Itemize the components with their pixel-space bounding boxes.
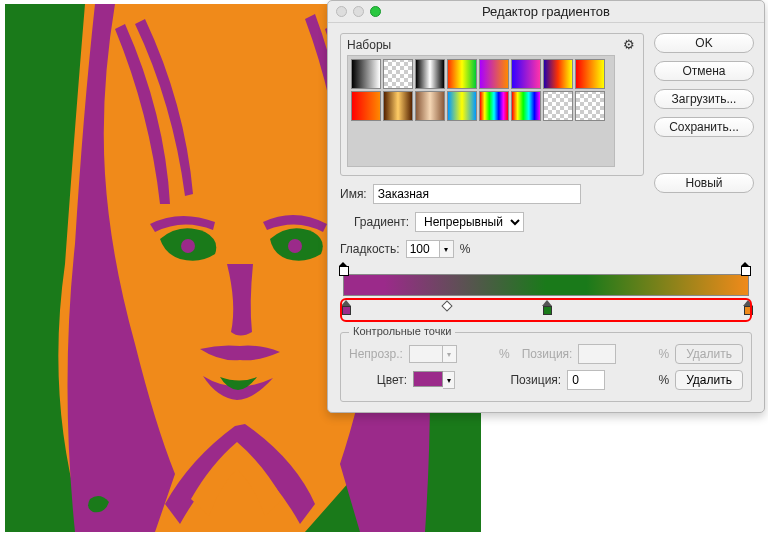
preset-swatch[interactable] <box>415 59 445 89</box>
preset-swatch[interactable] <box>351 91 381 121</box>
preset-swatch[interactable] <box>575 91 605 121</box>
preset-swatch[interactable] <box>447 91 477 121</box>
type-label: Градиент: <box>354 215 409 229</box>
name-label: Имя: <box>340 187 367 201</box>
gradient-type-select[interactable]: Непрерывный <box>415 212 524 232</box>
smoothness-dropdown[interactable]: ▾ <box>440 240 454 258</box>
control-points-label: Контрольные точки <box>349 325 455 337</box>
color-label: Цвет: <box>349 373 407 387</box>
gradient-editor[interactable] <box>340 264 752 316</box>
control-points-group: Контрольные точки Непрозр.: ▾ % Позиция:… <box>340 332 752 402</box>
titlebar: Редактор градиентов <box>328 1 764 23</box>
position2-input[interactable] <box>567 370 605 390</box>
gradient-bar[interactable] <box>343 274 749 296</box>
svg-point-2 <box>288 239 302 253</box>
preset-swatches <box>347 55 615 167</box>
smoothness-label: Гладкость: <box>340 242 400 256</box>
position2-unit: % <box>611 373 669 387</box>
preset-swatch[interactable] <box>447 59 477 89</box>
presets-panel: Наборы ⚙︎ <box>340 33 644 176</box>
opacity-unit: % <box>463 347 510 361</box>
preset-swatch[interactable] <box>511 91 541 121</box>
preset-swatch[interactable] <box>383 59 413 89</box>
opacity-input <box>409 345 443 363</box>
position2-label: Позиция: <box>503 373 561 387</box>
preset-swatch[interactable] <box>383 91 413 121</box>
preset-swatch[interactable] <box>351 59 381 89</box>
position1-input <box>578 344 616 364</box>
opacity-label: Непрозр.: <box>349 347 403 361</box>
color-dropdown[interactable]: ▾ <box>443 371 455 389</box>
opacity-stop[interactable] <box>741 262 749 274</box>
gear-icon[interactable]: ⚙︎ <box>623 37 635 52</box>
preset-swatch[interactable] <box>543 59 573 89</box>
position1-unit: % <box>622 347 669 361</box>
opacity-stop[interactable] <box>339 262 347 274</box>
new-button[interactable]: Новый <box>654 173 754 193</box>
preset-swatch[interactable] <box>543 91 573 121</box>
position1-label: Позиция: <box>522 347 573 361</box>
save-button[interactable]: Сохранить... <box>654 117 754 137</box>
color-swatch[interactable] <box>413 371 443 387</box>
name-input[interactable] <box>373 184 581 204</box>
gradient-editor-dialog: Редактор градиентов Наборы ⚙︎ Имя: Гради… <box>327 0 765 413</box>
ok-button[interactable]: OK <box>654 33 754 53</box>
dialog-title: Редактор градиентов <box>328 4 764 19</box>
preset-swatch[interactable] <box>511 59 541 89</box>
presets-label: Наборы <box>347 38 637 52</box>
svg-point-1 <box>181 239 195 253</box>
delete2-button[interactable]: Удалить <box>675 370 743 390</box>
cancel-button[interactable]: Отмена <box>654 61 754 81</box>
opacity-dropdown: ▾ <box>443 345 457 363</box>
highlight-box <box>340 298 752 322</box>
delete1-button: Удалить <box>675 344 743 364</box>
smoothness-input[interactable] <box>406 240 440 258</box>
preset-swatch[interactable] <box>479 91 509 121</box>
preset-swatch[interactable] <box>415 91 445 121</box>
preset-swatch[interactable] <box>575 59 605 89</box>
preset-swatch[interactable] <box>479 59 509 89</box>
smoothness-unit: % <box>460 242 471 256</box>
load-button[interactable]: Загрузить... <box>654 89 754 109</box>
